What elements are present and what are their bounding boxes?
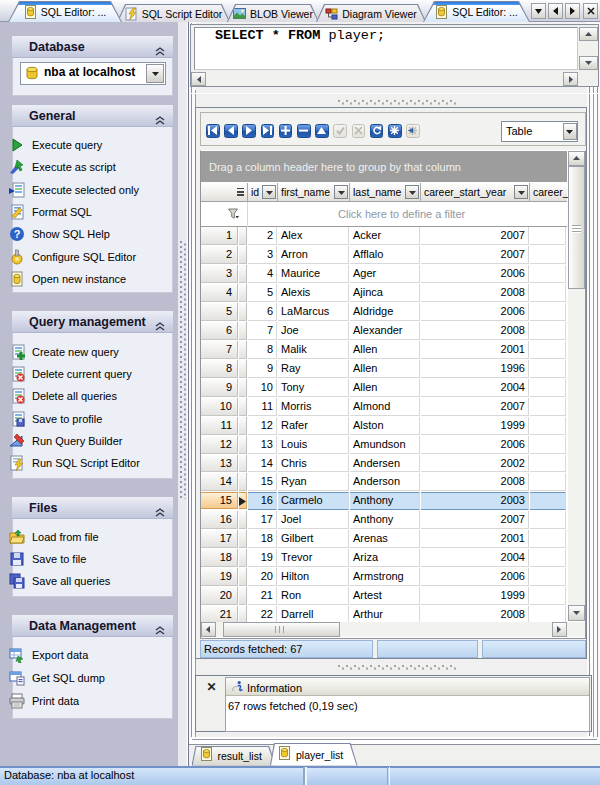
svg-text:?: ?: [14, 228, 21, 240]
